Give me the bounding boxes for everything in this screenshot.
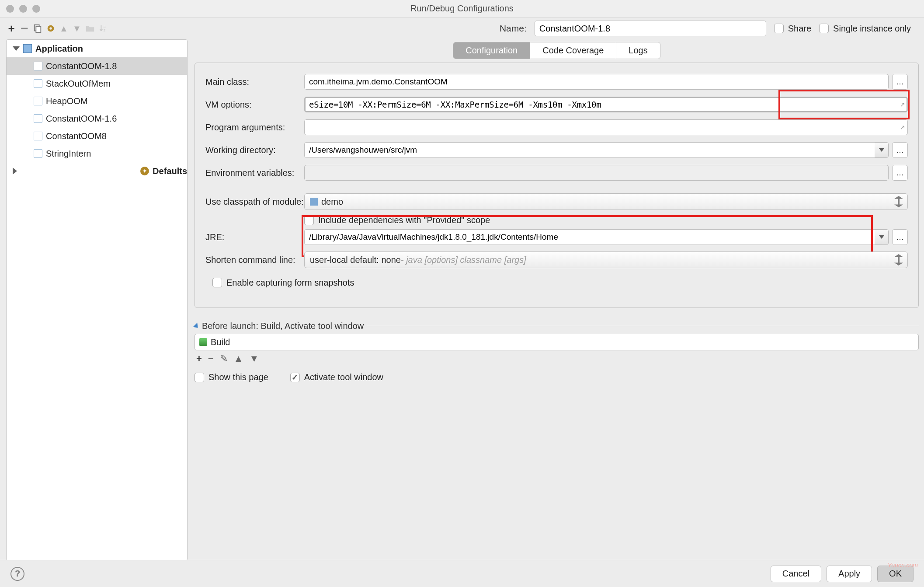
tree-item-label: ConstantOOM-1.8: [46, 61, 117, 71]
before-launch-title: Before launch: Build, Activate tool wind…: [202, 321, 364, 331]
svg-text:z: z: [104, 28, 105, 32]
before-launch-toolbar: + − ✎ ▲ ▼: [195, 350, 919, 367]
folder-icon[interactable]: [85, 23, 95, 34]
classpath-module-select[interactable]: demo: [304, 193, 908, 210]
tree-item-stackoutofmem[interactable]: StackOutOfMem: [7, 75, 187, 92]
share-checkbox[interactable]: [774, 24, 784, 33]
sort-icon[interactable]: az: [98, 23, 108, 34]
env-vars-label: Environment variables:: [205, 168, 304, 178]
add-config-icon[interactable]: +: [6, 23, 17, 34]
expand-icon[interactable]: ↗: [900, 101, 905, 108]
main-class-label: Main class:: [205, 77, 304, 87]
program-args-input[interactable]: [304, 119, 908, 135]
single-instance-checkbox[interactable]: [819, 24, 829, 33]
config-tree: Application ConstantOOM-1.8 StackOutOfMe…: [6, 39, 188, 561]
tree-item-constantoom18[interactable]: ConstantOOM-1.8: [7, 57, 187, 75]
file-icon: [34, 132, 42, 140]
tree-application[interactable]: Application: [7, 40, 187, 57]
chevron-right-icon: [13, 168, 137, 175]
jre-label: JRE:: [205, 232, 304, 242]
tab-code-coverage[interactable]: Code Coverage: [530, 42, 616, 59]
tree-item-label: HeapOOM: [46, 96, 88, 106]
main-class-input[interactable]: [304, 74, 889, 90]
working-dir-label: Working directory:: [205, 145, 304, 155]
before-launch-list[interactable]: Build: [195, 334, 919, 350]
single-instance-label: Single instance only: [833, 24, 911, 34]
tree-item-heapoom[interactable]: HeapOOM: [7, 92, 187, 110]
zoom-window-icon[interactable]: [32, 5, 40, 13]
help-button[interactable]: ?: [10, 567, 24, 581]
tabs: Configuration Code Coverage Logs: [453, 42, 660, 59]
svg-rect-1: [36, 26, 41, 32]
remove-config-icon[interactable]: −: [19, 23, 30, 34]
working-dir-dropdown[interactable]: [875, 142, 889, 158]
file-icon: [34, 114, 42, 123]
tree-item-constantoom8[interactable]: ConstantOOM8: [7, 127, 187, 145]
move-up-icon[interactable]: ▲: [59, 23, 69, 34]
classpath-module-value: demo: [321, 197, 343, 207]
minimize-window-icon[interactable]: [19, 5, 27, 13]
tree-defaults-label: Defaults: [153, 166, 187, 176]
titlebar: Run/Debug Configurations: [0, 0, 924, 17]
move-down-icon[interactable]: ▼: [72, 23, 82, 34]
traffic-lights: [0, 5, 40, 13]
env-vars-browse-button[interactable]: …: [892, 165, 908, 181]
working-dir-browse-button[interactable]: …: [892, 142, 908, 158]
jre-browse-button[interactable]: …: [892, 229, 908, 245]
apply-button[interactable]: Apply: [827, 566, 872, 582]
shorten-select[interactable]: user-local default: none - java [options…: [304, 252, 908, 268]
jre-input[interactable]: [304, 229, 875, 245]
tab-logs[interactable]: Logs: [616, 42, 660, 59]
tree-item-stringintern[interactable]: StringIntern: [7, 145, 187, 162]
right-panel: Configuration Code Coverage Logs Main cl…: [192, 39, 924, 561]
before-launch-header[interactable]: Before launch: Build, Activate tool wind…: [195, 321, 919, 331]
include-provided-label: Include dependencies with "Provided" sco…: [318, 215, 490, 225]
show-this-page-label: Show this page: [208, 372, 268, 382]
build-icon: [199, 338, 207, 346]
vm-options-input[interactable]: [304, 97, 908, 112]
build-label: Build: [211, 337, 230, 347]
add-task-icon[interactable]: +: [196, 353, 202, 364]
main-class-browse-button[interactable]: …: [892, 74, 908, 90]
expand-icon[interactable]: ↗: [900, 124, 905, 131]
vm-options-label: VM options:: [205, 100, 304, 110]
shorten-label: Shorten command line:: [205, 255, 304, 265]
classpath-label: Use classpath of module:: [205, 197, 304, 207]
move-up-icon[interactable]: ▲: [234, 353, 243, 364]
close-window-icon[interactable]: [6, 5, 14, 13]
config-name-input[interactable]: [535, 21, 766, 36]
module-icon: [310, 198, 318, 206]
watermark: Yuucn.com: [887, 562, 918, 569]
tree-item-label: StringIntern: [46, 149, 91, 159]
activate-tool-label: Activate tool window: [304, 372, 383, 382]
divider: [367, 326, 919, 326]
working-dir-input[interactable]: [304, 142, 875, 158]
cancel-button[interactable]: Cancel: [771, 566, 821, 582]
remove-task-icon[interactable]: −: [208, 353, 214, 364]
show-this-page-checkbox[interactable]: [195, 373, 204, 382]
file-icon: [34, 97, 42, 105]
tree-application-label: Application: [35, 44, 83, 54]
activate-tool-checkbox[interactable]: [290, 373, 300, 382]
move-down-icon[interactable]: ▼: [250, 353, 259, 364]
form-snapshots-checkbox[interactable]: [212, 278, 222, 287]
configuration-form: Main class: … VM options: ↗ Program argu…: [195, 63, 919, 308]
tree-item-constantoom16[interactable]: ConstantOOM-1.6: [7, 110, 187, 127]
file-icon: [34, 149, 42, 158]
edit-task-icon[interactable]: ✎: [220, 353, 228, 364]
tree-item-label: ConstantOOM8: [46, 131, 107, 141]
copy-config-icon[interactable]: [32, 23, 43, 34]
include-provided-checkbox[interactable]: [304, 216, 314, 225]
tree-defaults[interactable]: ✦ Defaults: [7, 162, 187, 180]
gear-icon: ✦: [140, 167, 149, 175]
tab-configuration[interactable]: Configuration: [453, 42, 530, 59]
jre-dropdown[interactable]: [875, 229, 889, 245]
program-args-label: Program arguments:: [205, 122, 304, 133]
chevron-down-icon: [193, 322, 200, 329]
form-snapshots-label: Enable capturing form snapshots: [226, 278, 354, 288]
shorten-hint: - java [options] classname [args]: [401, 255, 526, 265]
env-vars-input[interactable]: [304, 165, 889, 181]
window-title: Run/Debug Configurations: [410, 3, 514, 14]
chevron-down-icon: [13, 46, 20, 51]
save-template-icon[interactable]: [45, 23, 56, 34]
